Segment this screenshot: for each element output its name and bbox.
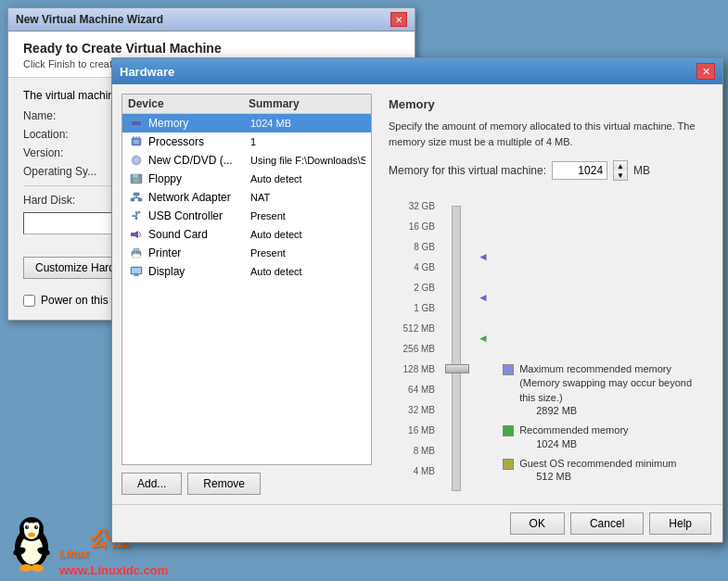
legend-max-label: Maximum recommended memory [519, 362, 706, 376]
memory-input-row: Memory for this virtual machine: 1024 ▲ … [389, 160, 706, 181]
help-button[interactable]: Help [649, 512, 711, 535]
ok-button[interactable]: OK [510, 512, 565, 535]
table-row[interactable]: Processors 1 [122, 133, 371, 151]
max-memory-arrow-2: ◄ [478, 291, 489, 304]
marker-row-13 [478, 450, 493, 471]
add-button[interactable]: Add... [121, 473, 182, 495]
memory-spinner: ▲ ▼ [613, 160, 628, 181]
recommended-arrow: ◄ [478, 332, 489, 345]
svg-rect-39 [134, 275, 139, 276]
slider-track[interactable] [452, 206, 461, 491]
legend-area: Maximum recommended memory (Memory swapp… [503, 196, 706, 491]
table-row[interactable]: USB Controller Present [122, 207, 371, 225]
slider-label-8gb: 8 GB [389, 236, 435, 257]
slider-label-128mb: 128 MB [389, 359, 435, 379]
legend-guest-min: Guest OS recommended minimum 512 MB [503, 457, 706, 482]
marker-row-1 [478, 206, 493, 226]
slider-label-4mb: 4 MB [389, 461, 435, 481]
svg-point-49 [36, 526, 38, 528]
max-memory-arrow: ◄ [478, 250, 489, 263]
slider-label-16mb: 16 MB [389, 420, 435, 440]
slider-label-32mb: 32 MB [389, 399, 435, 420]
marker-row-12 [478, 430, 493, 450]
hw-titlebar: Hardware ✕ [112, 58, 722, 84]
device-name-network: Network Adapter [148, 191, 250, 204]
memory-spinner-up[interactable]: ▲ [614, 161, 627, 171]
table-row[interactable]: Floppy Auto detect [122, 170, 371, 188]
svg-rect-18 [134, 193, 139, 196]
memory-icon [128, 116, 145, 131]
hw-title: Hardware [120, 65, 174, 79]
slider-label-64mb: 64 MB [389, 379, 435, 399]
svg-rect-19 [131, 198, 134, 201]
legend-max-memory: Maximum recommended memory (Memory swapp… [503, 362, 706, 416]
legend-rec-label: Recommended memory [519, 423, 628, 437]
memory-unit-label: MB [633, 164, 650, 177]
svg-marker-29 [134, 218, 138, 220]
memory-description: Specify the amount of memory allocated t… [389, 119, 706, 149]
remove-button[interactable]: Remove [187, 473, 261, 495]
svg-rect-1 [132, 121, 141, 125]
svg-rect-35 [134, 252, 136, 254]
cdrom-icon [128, 153, 145, 168]
slider-label-32gb: 32 GB [389, 196, 435, 216]
device-summary-memory: 1024 MB [250, 118, 365, 129]
processors-icon [128, 134, 145, 149]
hw-content: Device Summary Memory 1024 MB Proces [112, 84, 722, 504]
svg-rect-34 [133, 254, 140, 258]
legend-recommended: Recommended memory 1024 MB [503, 423, 706, 448]
legend-rec-swatch [503, 425, 514, 436]
legend-max-sublabel: (Memory swapping may occur beyond this s… [519, 376, 706, 405]
svg-rect-20 [138, 198, 142, 201]
table-row[interactable]: Printer Present [122, 244, 371, 262]
device-name-usb: USB Controller [148, 209, 250, 222]
slider-track-wrapper[interactable] [444, 196, 468, 491]
memory-input-label: Memory for this virtual machine: [389, 164, 546, 177]
hw-close-button[interactable]: ✕ [696, 63, 715, 80]
hw-table-header: Device Summary [122, 95, 371, 114]
slider-labels-column: 32 GB 16 GB 8 GB 4 GB 2 GB 1 GB 512 MB 2… [389, 196, 435, 491]
slider-label-1gb: 1 GB [389, 297, 435, 318]
device-name-memory: Memory [148, 117, 250, 130]
table-row[interactable]: Sound Card Auto detect [122, 225, 371, 244]
legend-rec-text: Recommended memory 1024 MB [519, 423, 628, 448]
svg-rect-30 [131, 233, 134, 236]
sound-icon [128, 227, 145, 242]
device-summary-usb: Present [250, 210, 365, 221]
legend-guest-swatch [503, 459, 514, 470]
printer-icon [128, 246, 145, 260]
power-on-checkbox[interactable] [23, 295, 35, 307]
marker-recommended: ◄ [478, 328, 493, 348]
table-row[interactable]: New CD/DVD (... Using file F:\Downloads\… [122, 151, 371, 170]
legend-guest-label: Guest OS recommended minimum [519, 457, 676, 471]
legend-max-swatch [503, 364, 514, 375]
device-name-sound: Sound Card [148, 228, 250, 241]
location-label: Location: [23, 128, 107, 141]
device-name-processors: Processors [148, 135, 250, 148]
svg-point-27 [138, 211, 141, 214]
svg-point-14 [135, 159, 137, 161]
table-row[interactable]: Memory 1024 MB [122, 114, 371, 133]
table-row[interactable]: Network Adapter NAT [122, 188, 371, 207]
device-summary-sound: Auto detect [250, 229, 365, 240]
hw-bottom-bar: OK Cancel Help [112, 504, 722, 542]
device-summary-processors: 1 [250, 136, 365, 147]
slider-thumb[interactable] [445, 364, 469, 373]
slider-label-4gb: 4 GB [389, 257, 435, 277]
linux-brand-text: Linux [59, 548, 89, 561]
slider-label-16gb: 16 GB [389, 216, 435, 236]
wizard-close-button[interactable]: ✕ [390, 12, 407, 27]
cancel-button[interactable]: Cancel [570, 512, 644, 535]
display-icon [128, 264, 145, 279]
memory-spinner-down[interactable]: ▼ [614, 171, 627, 180]
version-label: Version: [23, 146, 107, 159]
memory-section-title: Memory [389, 97, 706, 111]
table-row[interactable]: Display Auto detect [122, 262, 371, 281]
slider-markers-column: ◄ ◄ ◄ [478, 206, 493, 491]
device-summary-network: NAT [250, 192, 365, 203]
os-label: Operating Sy... [23, 165, 107, 178]
svg-rect-37 [132, 268, 141, 273]
wizard-titlebar: New Virtual Machine Wizard ✕ [8, 8, 415, 32]
memory-value-input[interactable]: 1024 [552, 161, 607, 180]
device-summary-cdvd: Using file F:\Downloads\Soft... [250, 155, 365, 166]
